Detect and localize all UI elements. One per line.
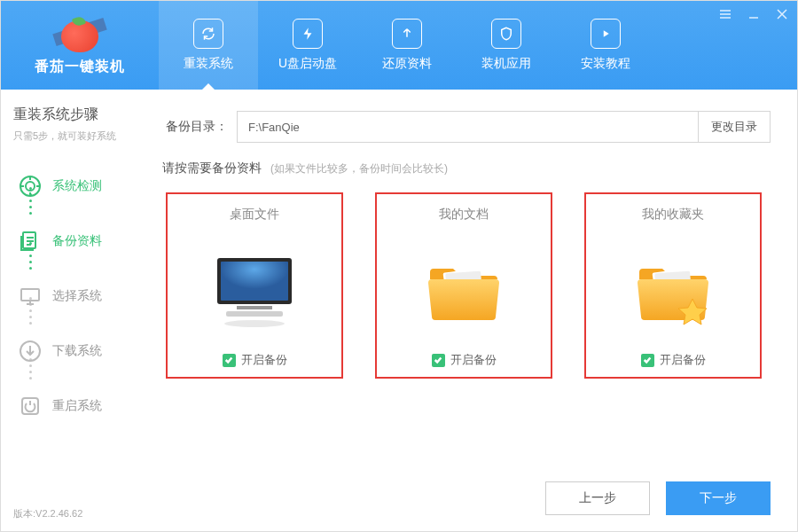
- prev-button[interactable]: 上一步: [545, 481, 650, 515]
- app-name: 番茄一键装机: [35, 58, 125, 76]
- svg-rect-9: [226, 311, 283, 317]
- refresh-icon: [193, 19, 223, 49]
- card-favorites-checkbox[interactable]: 开启备份: [641, 352, 706, 368]
- power-icon: [19, 395, 42, 418]
- logo-icon: Windows: [53, 15, 106, 52]
- nav-restore[interactable]: 还原资料: [357, 1, 457, 90]
- card-documents[interactable]: 我的文档 开启备份: [375, 192, 552, 379]
- step-restart: 重启系统: [19, 379, 118, 434]
- svg-rect-7: [221, 262, 288, 301]
- backup-dir-row: 备份目录： F:\FanQie 更改目录: [157, 111, 771, 143]
- svg-rect-3: [21, 289, 39, 301]
- body: 重装系统步骤 只需5步，就可装好系统 系统检测 备份资料: [1, 90, 797, 531]
- target-icon: [19, 175, 42, 198]
- minimize-icon[interactable]: [746, 6, 762, 22]
- check-icon: [641, 354, 654, 367]
- desktop-monitor-icon: [210, 233, 299, 352]
- logo-area: Windows 番茄一键装机: [1, 1, 159, 90]
- backup-dir-input[interactable]: F:\FanQie: [237, 111, 698, 143]
- check-icon: [223, 354, 236, 367]
- sidebar-title: 重装系统步骤: [13, 106, 118, 124]
- download-icon: [19, 340, 42, 363]
- steps-list: 系统检测 备份资料 选择系统: [13, 159, 118, 507]
- folder-icon: [419, 233, 508, 352]
- check-icon: [432, 354, 445, 367]
- footer-buttons: 上一步 下一步: [157, 469, 771, 515]
- svg-rect-8: [237, 306, 272, 309]
- menu-icon[interactable]: [717, 6, 733, 22]
- document-icon: [19, 230, 42, 253]
- nav-usb[interactable]: U盘启动盘: [258, 1, 357, 90]
- svg-point-10: [224, 320, 285, 327]
- restore-icon: [392, 19, 422, 49]
- card-desktop[interactable]: 桌面文件 开启备份: [166, 192, 343, 379]
- next-button[interactable]: 下一步: [666, 481, 771, 515]
- change-dir-button[interactable]: 更改目录: [698, 111, 771, 143]
- nav-tutorial[interactable]: 安装教程: [556, 1, 655, 90]
- step-detection: 系统检测: [19, 159, 118, 214]
- step-backup: 备份资料: [19, 214, 118, 269]
- card-favorites[interactable]: 我的收藏夹 开启备份: [584, 192, 762, 379]
- card-documents-checkbox[interactable]: 开启备份: [432, 352, 497, 368]
- step-download: 下载系统: [19, 324, 118, 379]
- sidebar-subtitle: 只需5步，就可装好系统: [13, 129, 118, 143]
- backup-cards: 桌面文件 开启备份: [157, 192, 771, 379]
- bolt-icon: [293, 19, 323, 49]
- shield-icon: [491, 19, 521, 49]
- hint-text: 请按需要备份资料 (如果文件比较多，备份时间会比较长): [157, 160, 771, 176]
- backup-dir-label: 备份目录：: [157, 119, 228, 135]
- play-icon: [591, 19, 621, 49]
- window-controls: [717, 6, 790, 22]
- sidebar: 重装系统步骤 只需5步，就可装好系统 系统检测 备份资料: [1, 90, 130, 531]
- nav-bar: 重装系统 U盘启动盘 还原资料 装机应用: [159, 1, 797, 90]
- folder-star-icon: [629, 233, 717, 352]
- step-choose: 选择系统: [19, 269, 118, 324]
- close-icon[interactable]: [774, 6, 790, 22]
- app-window: Windows 番茄一键装机 重装系统 U盘启动盘: [0, 0, 798, 532]
- titlebar: Windows 番茄一键装机 重装系统 U盘启动盘: [1, 1, 797, 90]
- nav-apps[interactable]: 装机应用: [457, 1, 556, 90]
- main-panel: 备份目录： F:\FanQie 更改目录 请按需要备份资料 (如果文件比较多，备…: [130, 90, 797, 531]
- version-label: 版本:V2.2.46.62: [13, 507, 118, 520]
- nav-reinstall[interactable]: 重装系统: [159, 1, 258, 90]
- card-desktop-checkbox[interactable]: 开启备份: [223, 352, 287, 368]
- svg-point-1: [26, 182, 35, 191]
- monitor-icon: [19, 285, 42, 308]
